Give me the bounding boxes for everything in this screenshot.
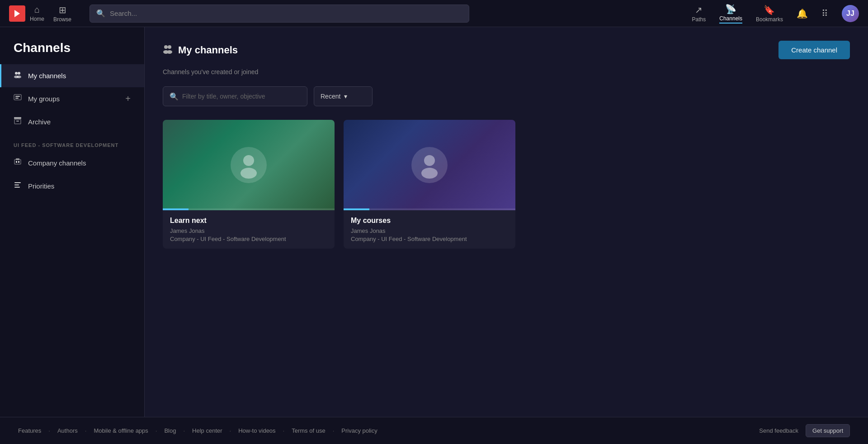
channel-card-learn-next[interactable]: Learn next James Jonas Company - UI Feed…: [163, 120, 335, 249]
sidebar-item-my-groups[interactable]: My groups +: [0, 87, 144, 110]
progress-bar: [163, 208, 335, 210]
sidebar-item-label: Archive: [28, 118, 51, 126]
card-thumbnail-learn-next: [163, 120, 335, 210]
card-name: Learn next: [170, 217, 327, 225]
svg-point-23: [241, 168, 257, 179]
footer-link-help[interactable]: Help center: [192, 427, 222, 434]
svg-rect-14: [18, 161, 19, 163]
svg-rect-13: [16, 161, 17, 163]
footer: Features · Authors · Mobile & offline ap…: [0, 417, 868, 444]
svg-rect-8: [14, 117, 21, 119]
bookmarks-icon: 🔖: [764, 5, 775, 15]
svg-point-25: [421, 168, 438, 179]
paths-label: Paths: [692, 16, 706, 23]
create-channel-button[interactable]: Create channel: [778, 41, 850, 59]
sidebar-item-archive[interactable]: Archive: [0, 110, 144, 133]
paths-icon: ↗: [695, 5, 703, 15]
card-org: Company - UI Feed - Software Development: [170, 236, 327, 242]
filter-row: 🔍 Recent ▾: [163, 86, 850, 106]
main-layout: Channels My channels My g: [0, 27, 868, 417]
svg-rect-9: [14, 119, 21, 124]
nav-bookmarks[interactable]: 🔖 Bookmarks: [756, 5, 783, 23]
main-content: My channels Create channel Channels you'…: [145, 27, 868, 417]
search-bar: 🔍: [90, 5, 469, 23]
svg-point-2: [18, 72, 20, 75]
bookmarks-label: Bookmarks: [756, 16, 783, 23]
home-icon: ⌂: [34, 5, 40, 15]
sidebar-item-priorities[interactable]: Priorities: [0, 175, 144, 198]
svg-point-24: [424, 155, 435, 166]
sidebar: Channels My channels My g: [0, 27, 145, 417]
footer-link-blog[interactable]: Blog: [164, 427, 176, 434]
nav-channels[interactable]: 📡 Channels: [719, 4, 742, 24]
card-owner: James Jonas: [170, 227, 327, 234]
footer-link-privacy[interactable]: Privacy policy: [341, 427, 377, 434]
content-title-row: My channels: [163, 44, 238, 57]
my-groups-icon: [14, 94, 22, 104]
sidebar-section-label: UI FEED - SOFTWARE DEVELOPMENT: [0, 133, 144, 151]
browse-label: Browse: [53, 16, 71, 23]
apps-grid-icon[interactable]: ⠿: [821, 8, 828, 19]
sidebar-item-label: Priorities: [28, 182, 54, 190]
footer-link-mobile[interactable]: Mobile & offline apps: [94, 427, 148, 434]
svg-rect-11: [14, 160, 21, 164]
filter-search-icon: 🔍: [170, 92, 179, 101]
content-title-icon: [163, 44, 173, 57]
archive-icon: [14, 117, 22, 127]
notifications-icon[interactable]: 🔔: [797, 8, 808, 19]
channels-label: Channels: [719, 15, 742, 22]
footer-link-authors[interactable]: Authors: [57, 427, 78, 434]
thumb-person-icon: [411, 147, 448, 183]
nav-browse[interactable]: ⊞ Browse: [53, 5, 71, 23]
get-support-button[interactable]: Get support: [806, 424, 850, 437]
sidebar-item-label: My groups: [28, 95, 60, 103]
footer-link-features[interactable]: Features: [18, 427, 41, 434]
svg-point-21: [167, 50, 172, 54]
svg-rect-15: [14, 182, 21, 183]
svg-rect-5: [14, 94, 21, 100]
progress-bar: [344, 208, 515, 210]
content-subtitle: Channels you've created or joined: [163, 68, 850, 76]
search-icon: 🔍: [96, 9, 105, 18]
sidebar-item-label: Company channels: [28, 159, 86, 167]
svg-rect-17: [14, 187, 20, 188]
footer-right: Send feedback Get support: [759, 424, 850, 437]
priorities-icon: [14, 181, 22, 191]
avatar[interactable]: JJ: [842, 5, 859, 22]
nav-paths[interactable]: ↗ Paths: [692, 5, 706, 23]
add-group-icon[interactable]: +: [125, 94, 131, 104]
thumb-visual-courses: [344, 120, 515, 210]
filter-search-container: 🔍: [163, 86, 307, 106]
progress-fill: [163, 208, 189, 210]
svg-point-4: [17, 76, 21, 78]
footer-dot: ·: [156, 427, 157, 434]
svg-point-1: [15, 72, 18, 75]
sidebar-item-company-channels[interactable]: Company channels: [0, 151, 144, 175]
footer-link-terms[interactable]: Terms of use: [292, 427, 325, 434]
page-title: Channels: [14, 41, 131, 55]
chevron-down-icon: ▾: [344, 93, 347, 100]
progress-fill: [344, 208, 369, 210]
svg-rect-16: [14, 184, 19, 185]
send-feedback-button[interactable]: Send feedback: [759, 424, 798, 437]
browse-icon: ⊞: [59, 5, 66, 15]
svg-rect-10: [16, 121, 19, 122]
svg-rect-6: [15, 96, 20, 97]
avatar-initials: JJ: [846, 9, 854, 18]
sidebar-item-label: My channels: [28, 72, 66, 80]
card-thumbnail-my-courses: [344, 120, 515, 210]
footer-link-videos[interactable]: How-to videos: [238, 427, 275, 434]
card-owner: James Jonas: [351, 227, 508, 234]
content-header: My channels Create channel: [163, 41, 850, 59]
sort-dropdown[interactable]: Recent ▾: [314, 86, 373, 106]
sidebar-item-my-channels[interactable]: My channels: [0, 64, 144, 87]
filter-input[interactable]: [182, 93, 301, 100]
nav-home[interactable]: ⌂ Home: [30, 5, 44, 22]
card-info-my-courses: My courses James Jonas Company - UI Feed…: [344, 210, 515, 249]
app-logo[interactable]: [9, 5, 25, 22]
home-label: Home: [30, 16, 44, 22]
topnav: ⌂ Home ⊞ Browse 🔍 ↗ Paths 📡 Channels 🔖 B…: [0, 0, 868, 27]
channel-card-my-courses[interactable]: My courses James Jonas Company - UI Feed…: [344, 120, 515, 249]
search-input[interactable]: [110, 9, 462, 17]
svg-point-18: [164, 45, 168, 49]
